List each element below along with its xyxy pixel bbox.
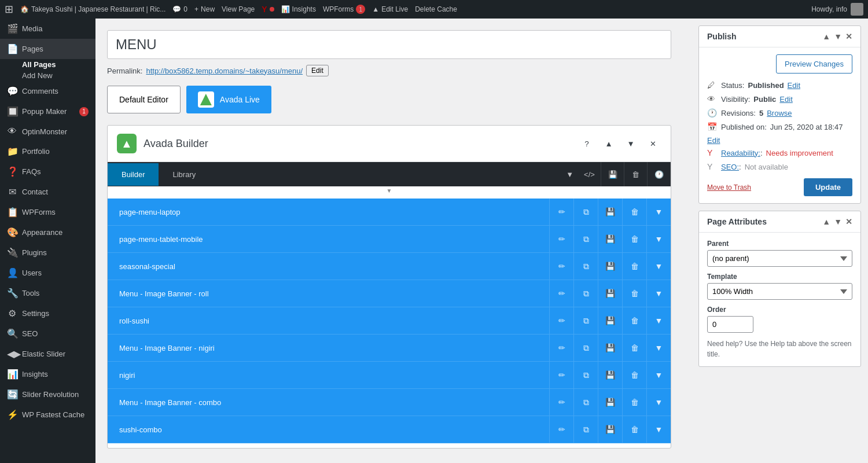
save-icon[interactable]: 💾 — [601, 162, 624, 186]
pa-collapse-up-icon[interactable]: ▲ — [822, 217, 830, 226]
row-expand-icon[interactable]: ▼ — [646, 226, 671, 252]
order-input[interactable]: 0 — [707, 316, 753, 333]
row-expand-icon[interactable]: ▼ — [646, 280, 671, 307]
sidebar-item-comments[interactable]: 💬 Comments — [0, 81, 95, 101]
site-name[interactable]: 🏠 Takeya Sushi | Japanese Restaurant | R… — [20, 5, 165, 13]
sidebar-sub-add-new[interactable]: Add New — [0, 70, 95, 81]
update-button[interactable]: Update — [804, 178, 852, 196]
row-copy-icon[interactable]: ⧉ — [573, 416, 598, 443]
tab-library[interactable]: Library — [159, 163, 209, 186]
tab-builder[interactable]: Builder — [108, 163, 159, 186]
preview-changes-button[interactable]: Preview Changes — [776, 54, 852, 74]
row-expand-icon[interactable]: ▼ — [646, 416, 671, 443]
row-expand-icon[interactable]: ▼ — [646, 362, 671, 388]
sidebar-item-wp-fastest-cache[interactable]: ⚡ WP Fastest Cache — [0, 405, 95, 425]
row-delete-icon[interactable]: 🗑 — [622, 199, 646, 225]
sidebar-sub-all-pages[interactable]: All Pages — [0, 59, 95, 70]
seo-link[interactable]: SEO: — [721, 163, 739, 171]
sidebar-item-seo[interactable]: 🔍 SEO — [0, 324, 95, 344]
row-edit-icon[interactable]: ✏ — [549, 389, 573, 416]
parent-select[interactable]: (no parent) — [707, 250, 852, 267]
row-edit-icon[interactable]: ✏ — [549, 280, 573, 307]
row-copy-icon[interactable]: ⧉ — [573, 199, 598, 225]
row-save-icon[interactable]: 💾 — [598, 253, 622, 280]
row-copy-icon[interactable]: ⧉ — [573, 280, 598, 307]
row-save-icon[interactable]: 💾 — [598, 335, 622, 361]
pa-collapse-down-icon[interactable]: ▼ — [834, 217, 842, 226]
row-delete-icon[interactable]: 🗑 — [622, 226, 646, 252]
published-edit-link[interactable]: Edit — [707, 136, 720, 145]
row-copy-icon[interactable]: ⧉ — [573, 307, 598, 334]
row-delete-icon[interactable]: 🗑 — [622, 253, 646, 280]
collapse-down-icon[interactable]: ▼ — [834, 32, 842, 41]
row-save-icon[interactable]: 💾 — [598, 389, 622, 416]
row-save-icon[interactable]: 💾 — [598, 199, 622, 225]
row-edit-icon[interactable]: ✏ — [549, 307, 573, 334]
row-save-icon[interactable]: 💾 — [598, 280, 622, 307]
revisions-browse-link[interactable]: Browse — [767, 109, 792, 117]
sidebar-item-slider-revolution[interactable]: 🔄 Slider Revolution — [0, 384, 95, 405]
sidebar-item-tools[interactable]: 🔧 Tools — [0, 283, 95, 303]
sidebar-item-wpforms[interactable]: 📋 WPForms — [0, 202, 95, 222]
row-copy-icon[interactable]: ⧉ — [573, 389, 598, 416]
permalink-edit-button[interactable]: Edit — [306, 65, 329, 76]
sidebar-item-insights[interactable]: 📊 Insights — [0, 364, 95, 384]
builder-collapse-down-button[interactable]: ▼ — [622, 135, 639, 152]
sidebar-item-elastic-slider[interactable]: ◀▶ Elastic Slider — [0, 344, 95, 364]
sidebar-item-media[interactable]: 🎬 Media — [0, 19, 95, 39]
sidebar-item-optinmonster[interactable]: 👁 OptinMonster — [0, 122, 95, 141]
row-expand-icon[interactable]: ▼ — [646, 335, 671, 361]
row-delete-icon[interactable]: 🗑 — [622, 335, 646, 361]
wp-logo-icon[interactable]: ⊞ — [5, 3, 13, 16]
sidebar-item-portfolio[interactable]: 📁 Portfolio — [0, 141, 95, 161]
yoast-icon[interactable]: Y — [262, 5, 274, 14]
readability-link[interactable]: Readability: — [721, 149, 760, 157]
move-to-trash-link[interactable]: Move to Trash — [707, 183, 751, 192]
permalink-url[interactable]: http://box5862.temp.domains/~takeyasu/me… — [146, 67, 303, 75]
sidebar-item-appearance[interactable]: 🎨 Appearance — [0, 222, 95, 242]
close-icon[interactable]: ✕ — [845, 32, 852, 41]
pa-close-icon[interactable]: ✕ — [845, 217, 852, 226]
sidebar-item-users[interactable]: 👤 Users — [0, 263, 95, 283]
row-save-icon[interactable]: 💾 — [598, 307, 622, 334]
row-copy-icon[interactable]: ⧉ — [573, 253, 598, 280]
view-page-link[interactable]: View Page — [222, 5, 255, 13]
sidebar-item-plugins[interactable]: 🔌 Plugins — [0, 242, 95, 263]
comments-link[interactable]: 💬 0 — [172, 5, 187, 13]
status-edit-link[interactable]: Edit — [788, 81, 800, 90]
code-icon[interactable]: </> — [578, 162, 601, 186]
row-save-icon[interactable]: 💾 — [598, 362, 622, 388]
row-edit-icon[interactable]: ✏ — [549, 362, 573, 388]
visibility-edit-link[interactable]: Edit — [779, 95, 792, 104]
default-editor-button[interactable]: Default Editor — [107, 86, 181, 113]
row-edit-icon[interactable]: ✏ — [549, 199, 573, 225]
sidebar-item-faqs[interactable]: ❓ FAQs — [0, 161, 95, 182]
sidebar-item-contact[interactable]: ✉ Contact — [0, 182, 95, 202]
row-copy-icon[interactable]: ⧉ — [573, 335, 598, 361]
sidebar-item-settings[interactable]: ⚙ Settings — [0, 303, 95, 324]
builder-help-button[interactable]: ? — [578, 135, 595, 152]
avada-live-button[interactable]: Avada Live — [186, 86, 271, 113]
row-copy-icon[interactable]: ⧉ — [573, 226, 598, 252]
row-delete-icon[interactable]: 🗑 — [622, 307, 646, 334]
row-edit-icon[interactable]: ✏ — [549, 416, 573, 443]
row-expand-icon[interactable]: ▼ — [646, 253, 671, 280]
wpforms-link[interactable]: WPForms 1 — [323, 5, 365, 14]
new-button[interactable]: + New — [194, 5, 215, 13]
sidebar-item-pages[interactable]: 📄 Pages — [0, 39, 95, 59]
row-save-icon[interactable]: 💾 — [598, 226, 622, 252]
edit-live-link[interactable]: ▲ Edit Live — [372, 5, 408, 13]
row-delete-icon[interactable]: 🗑 — [622, 362, 646, 388]
builder-collapse-up-button[interactable]: ▲ — [600, 135, 617, 152]
history-icon[interactable]: 🕐 — [648, 162, 671, 186]
user-menu[interactable]: Howdy, info — [811, 3, 863, 16]
row-delete-icon[interactable]: 🗑 — [622, 280, 646, 307]
row-expand-icon[interactable]: ▼ — [646, 307, 671, 334]
row-edit-icon[interactable]: ✏ — [549, 335, 573, 361]
template-select[interactable]: 100% Width — [707, 283, 852, 300]
row-edit-icon[interactable]: ✏ — [549, 253, 573, 280]
row-delete-icon[interactable]: 🗑 — [622, 416, 646, 443]
row-expand-icon[interactable]: ▼ — [646, 199, 671, 225]
page-title-input[interactable]: MENU — [107, 30, 671, 59]
delete-icon[interactable]: 🗑 — [624, 162, 648, 186]
